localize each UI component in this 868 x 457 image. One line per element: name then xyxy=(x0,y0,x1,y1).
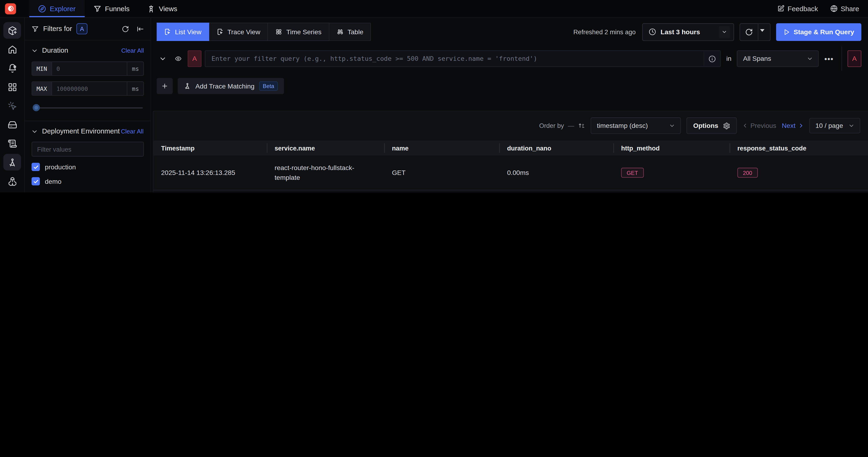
query-collapse-button[interactable] xyxy=(157,50,169,67)
order-by-dash: — xyxy=(568,122,574,129)
duration-clear-all-link[interactable]: Clear All xyxy=(121,47,144,54)
time-range-chevron xyxy=(719,26,730,38)
add-trace-matching-button[interactable]: Add Trace Matching Beta xyxy=(178,78,284,94)
play-icon xyxy=(783,28,790,35)
table-column-header[interactable]: Timestamp xyxy=(153,141,267,156)
view-tab-icon xyxy=(164,28,171,35)
deployment-clear-all-link[interactable]: Clear All xyxy=(121,128,144,134)
table-column-header[interactable]: http_method xyxy=(613,141,730,156)
top-nav-action[interactable]: Feedback xyxy=(777,5,818,12)
table-column-header[interactable]: duration_nano xyxy=(499,141,613,156)
table-row[interactable]: 2025-11-14 13:26:13.285 react-router-hon… xyxy=(153,156,868,190)
previous-page-button[interactable]: Previous xyxy=(742,122,776,129)
cell-duration: 0.00ms xyxy=(499,169,613,177)
sidebar-item-traces[interactable] xyxy=(3,154,21,171)
sidebar-item-more[interactable] xyxy=(3,191,21,192)
table-controls: Order by — timestamp (desc) Options Prev… xyxy=(153,111,868,139)
query-visibility-button[interactable] xyxy=(172,50,184,67)
sidebar-item-events[interactable] xyxy=(3,97,21,114)
clock-icon xyxy=(649,28,656,35)
query-info-button[interactable] xyxy=(704,51,720,67)
view-tabs: List View Trace View Time Series xyxy=(157,23,371,41)
slider-thumb[interactable] xyxy=(33,104,40,111)
status-code-badge: 200 xyxy=(737,168,757,178)
chevron-down-icon xyxy=(807,56,813,61)
table-column-header[interactable]: service.name xyxy=(267,141,384,156)
checkbox-option[interactable]: demo xyxy=(31,177,144,185)
app: Explorer Funnels Views Feedback xyxy=(0,0,868,192)
chevron-down-icon[interactable] xyxy=(31,128,37,134)
filters-title: Filters for xyxy=(43,25,72,33)
sidebar-item-onboarding[interactable] xyxy=(3,22,21,39)
top-nav-tab[interactable]: Explorer xyxy=(29,0,85,17)
top-nav-tabs: Explorer Funnels Views xyxy=(29,0,186,17)
deployment-filter-values-input[interactable] xyxy=(31,142,144,156)
chevron-down-icon xyxy=(159,55,166,62)
signoz-logo-icon[interactable] xyxy=(5,3,16,14)
sidebar-item-services[interactable] xyxy=(3,173,21,189)
grid-icon xyxy=(7,82,17,92)
page-size-select[interactable]: 10 / page xyxy=(809,118,860,133)
top-nav-tab[interactable]: Views xyxy=(138,0,186,17)
sidebar-item-alerts[interactable] xyxy=(3,60,21,77)
home-icon xyxy=(7,44,17,54)
filters-refresh-icon[interactable] xyxy=(122,25,129,32)
checkbox-checked-icon[interactable] xyxy=(31,177,40,185)
checkbox-option[interactable]: production xyxy=(31,163,144,171)
next-page-button[interactable]: Next xyxy=(782,122,804,129)
duration-max-field: MAX ms xyxy=(31,81,144,96)
query-name-badge[interactable]: A xyxy=(188,50,202,67)
sidebar-item-home[interactable] xyxy=(3,41,21,58)
top-nav-tab[interactable]: Funnels xyxy=(84,0,138,17)
duration-section-title[interactable]: Duration xyxy=(42,47,68,54)
cell-timestamp: 2025-11-14 13:26:13.285 xyxy=(153,169,267,177)
refresh-options-caret[interactable] xyxy=(758,23,770,41)
checkbox-label: production xyxy=(45,163,76,171)
chevron-right-icon xyxy=(798,123,804,129)
view-tab-icon xyxy=(216,28,224,35)
top-nav-actions: Feedback Share xyxy=(777,5,868,12)
checkbox-checked-icon[interactable] xyxy=(31,163,40,171)
time-range-value: Last 3 hours xyxy=(661,28,700,36)
nav-tab-icon xyxy=(38,5,46,12)
table-column-header[interactable]: response_status_code xyxy=(730,141,868,156)
table-row[interactable]: 2025-11-14 13:26:11.889 react-router-hon… xyxy=(153,190,868,192)
chevron-down-icon[interactable] xyxy=(31,47,37,53)
span-scope-select[interactable]: All Spans xyxy=(737,50,819,67)
max-unit-label: ms xyxy=(127,82,143,95)
view-tab-label: Table xyxy=(348,28,364,36)
view-tab[interactable]: Table xyxy=(329,23,371,41)
filters-panel: Filters for A Duration Clear All MIN ms … xyxy=(25,18,151,192)
top-nav-action[interactable]: Share xyxy=(830,5,859,12)
filter-section-deployment-environment: Deployment Environment Clear All product… xyxy=(25,121,151,192)
stage-run-query-button[interactable]: Stage & Run Query xyxy=(776,23,862,41)
time-range-select[interactable]: Last 3 hours xyxy=(642,23,734,41)
beta-badge: Beta xyxy=(259,81,278,91)
add-query-button[interactable] xyxy=(157,78,173,94)
view-tab[interactable]: Time Series xyxy=(268,23,330,41)
cell-service-name: react-router-hono-fullstack-template xyxy=(267,162,375,183)
filters-collapse-icon[interactable] xyxy=(137,25,144,32)
query-badge-a[interactable]: A xyxy=(76,23,88,34)
view-tab[interactable]: List View xyxy=(157,23,209,41)
deployment-section-title[interactable]: Deployment Environment xyxy=(42,127,120,135)
query-more-button[interactable]: ••• xyxy=(822,55,836,63)
duration-min-input[interactable] xyxy=(52,62,127,75)
sidebar-item-infrastructure[interactable] xyxy=(3,116,21,133)
in-label: in xyxy=(724,55,734,62)
query-badge-right[interactable]: A xyxy=(847,50,861,67)
divider xyxy=(841,47,842,71)
filter-query-input[interactable] xyxy=(206,51,704,67)
duration-max-input[interactable] xyxy=(52,82,127,95)
duration-slider[interactable] xyxy=(33,104,143,112)
boxes-icon xyxy=(7,176,17,186)
order-by-select[interactable]: timestamp (desc) xyxy=(591,117,681,134)
nav-tab-label: Funnels xyxy=(105,5,129,12)
options-button[interactable]: Options xyxy=(686,117,737,134)
gear-icon xyxy=(723,122,730,129)
table-column-header[interactable]: name xyxy=(384,141,499,156)
view-tab[interactable]: Trace View xyxy=(209,23,268,41)
refresh-button[interactable] xyxy=(739,23,758,41)
sidebar-item-dashboards[interactable] xyxy=(3,79,21,95)
sidebar-item-logs[interactable] xyxy=(3,135,21,152)
